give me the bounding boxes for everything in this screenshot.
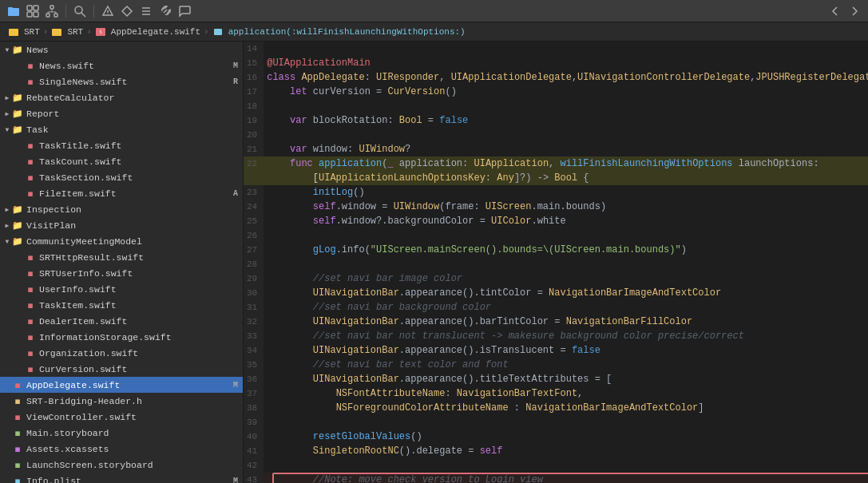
triangle-news: ▼ xyxy=(3,46,11,53)
sidebar-item-news[interactable]: ▼ 📁 News xyxy=(0,42,243,57)
code-line: var blockRotation: Bool = false xyxy=(264,113,868,128)
sidebar-item-fileitem[interactable]: ◼ FileItem.swift A xyxy=(0,185,243,201)
sidebar-label-curversion: CurVersion.swift xyxy=(39,364,243,374)
sidebar-item-curversion[interactable]: ◼ CurVersion.swift xyxy=(0,361,243,377)
table-row: 35 //set navi bar text color and font xyxy=(244,358,868,372)
link-icon[interactable] xyxy=(158,4,172,18)
toolbar-separator2 xyxy=(93,5,94,18)
sidebar-item-dealeritem[interactable]: ◼ DealerItem.swift xyxy=(0,313,243,329)
sidebar-label-main-storyboard: Main.storyboard xyxy=(26,428,243,438)
breadcrumb-srt1[interactable]: SRT xyxy=(24,27,40,37)
code-line: class AppDelegate: UIResponder, UIApplic… xyxy=(264,70,868,85)
svg-point-16 xyxy=(108,14,109,14)
svg-rect-20 xyxy=(9,29,18,36)
code-line: UINavigationBar.appearance().titleTextAt… xyxy=(264,372,868,386)
sidebar-item-tasktitle[interactable]: ◼ TaskTitle.swift xyxy=(0,137,243,153)
line-number: 31 xyxy=(244,300,264,315)
sidebar-item-infoplist[interactable]: ◼ Info.plist M xyxy=(0,473,243,483)
sidebar-label-bridging: SRT-Bridging-Header.h xyxy=(26,396,243,406)
file-icon-informationstorage: ◼ xyxy=(24,331,37,343)
breadcrumb-file[interactable]: AppDelegate.swift xyxy=(111,27,200,37)
back-icon[interactable] xyxy=(828,4,842,18)
sidebar-item-srthttpresult[interactable]: ◼ SRTHttpResult.swift xyxy=(0,249,243,265)
sidebar-item-taskitem[interactable]: ◼ TaskItem.swift xyxy=(0,297,243,313)
line-number: 27 xyxy=(244,243,264,257)
sidebar-item-informationstorage[interactable]: ◼ InformationStorage.swift xyxy=(0,329,243,345)
sidebar-label-news: News xyxy=(26,45,243,55)
sidebar-label-visitplan: VisitPlan xyxy=(26,220,243,231)
sidebar-item-community[interactable]: ▼ 📁 CommunityMeetingModel xyxy=(0,233,243,249)
line-number: 30 xyxy=(244,286,264,300)
warning-icon[interactable] xyxy=(101,4,115,18)
badge-infoplist: M xyxy=(233,477,238,484)
line-number: 40 xyxy=(244,430,264,444)
sidebar-item-bridging[interactable]: ◼ SRT-Bridging-Header.h xyxy=(0,393,243,409)
code-line xyxy=(264,99,868,113)
forward-icon[interactable] xyxy=(847,4,862,18)
sidebar-item-report[interactable]: ▶ 📁 Report xyxy=(0,105,243,121)
sidebar-item-inspection[interactable]: ▶ 📁 Inspection xyxy=(0,201,243,217)
sidebar-item-visitplan[interactable]: ▶ 📁 VisitPlan xyxy=(0,217,243,233)
hierarchy-icon[interactable] xyxy=(45,4,59,18)
chat-icon[interactable] xyxy=(177,4,192,18)
table-row: 41 SingletonRootNC().delegate = self xyxy=(244,444,868,458)
table-row: 27 gLog.info("UIScreen.mainScreen().boun… xyxy=(244,243,868,257)
code-line: func application(_ application: UIApplic… xyxy=(264,156,868,185)
sidebar-item-tasksection[interactable]: ◼ TaskSection.swift xyxy=(0,169,243,185)
sidebar-item-taskcount[interactable]: ◼ TaskCount.swift xyxy=(0,153,243,169)
sidebar-item-launchscreen[interactable]: ◼ LaunchScreen.storyboard xyxy=(0,457,243,473)
sidebar-item-singlenews[interactable]: ◼ SingleNews.swift R xyxy=(0,73,243,89)
diamond-icon[interactable] xyxy=(120,4,134,18)
list-icon[interactable] xyxy=(139,4,153,18)
code-line: //set navi bar text color and font xyxy=(264,358,868,372)
sidebar-label-informationstorage: InformationStorage.swift xyxy=(39,332,243,342)
sidebar-item-main-storyboard[interactable]: ◼ Main.storyboard xyxy=(0,425,243,441)
code-editor[interactable]: 14 15 @UIApplicationMain 16 class AppDel… xyxy=(244,42,868,483)
folder-icon-report: 📁 xyxy=(11,107,24,120)
table-row: 43 //Note: move check version to Login v… xyxy=(244,473,868,483)
table-row: 15 @UIApplicationMain xyxy=(244,56,868,70)
line-number: 25 xyxy=(244,214,264,228)
file-icon-main-storyboard: ◼ xyxy=(11,426,24,439)
sidebar-label-organization: Organization.swift xyxy=(39,348,243,358)
code-line: //Note: move check version to Login view xyxy=(264,473,868,483)
table-row: 39 xyxy=(244,415,868,430)
sidebar-item-viewcontroller[interactable]: ◼ ViewController.swift xyxy=(0,409,243,425)
table-row: 19 var blockRotation: Bool = false xyxy=(244,113,868,128)
breadcrumb-srt2[interactable]: SRT xyxy=(67,27,83,37)
code-line: initLog() xyxy=(264,185,868,200)
sidebar-label-fileitem: FileItem.swift xyxy=(39,188,233,199)
table-row: 31 //set navi bar background color xyxy=(244,300,868,315)
badge-fileitem: A xyxy=(233,189,238,198)
line-number: 37 xyxy=(244,386,264,401)
folder-icon[interactable] xyxy=(6,4,21,18)
code-content: 14 15 @UIApplicationMain 16 class AppDel… xyxy=(244,42,868,483)
sidebar-item-assets[interactable]: ◼ Assets.xcassets xyxy=(0,441,243,457)
file-icon-taskitem: ◼ xyxy=(24,299,37,311)
breadcrumb-method[interactable]: application(:willFinishLaunchingWithOpti… xyxy=(228,27,466,37)
code-line: //set navi bar background color xyxy=(264,300,868,315)
search-icon[interactable] xyxy=(73,4,87,18)
toolbar xyxy=(0,0,868,22)
file-icon-dealeritem: ◼ xyxy=(24,315,37,327)
sidebar-label-userinfo: UserInfo.swift xyxy=(39,284,243,295)
sidebar-item-rebatecalculator[interactable]: ▶ 📁 RebateCalculator xyxy=(0,89,243,105)
grid-icon[interactable] xyxy=(26,4,40,18)
sidebar-item-srtuserinfo[interactable]: ◼ SRTUserInfo.swift xyxy=(0,265,243,281)
code-line: self.window?.backgroundColor = UIColor.w… xyxy=(264,214,868,228)
sidebar-item-news-swift[interactable]: ◼ News.swift M xyxy=(0,57,243,73)
file-icon-userinfo: ◼ xyxy=(24,283,37,295)
line-number: 26 xyxy=(244,228,264,243)
sidebar-item-task[interactable]: ▼ 📁 Task xyxy=(0,121,243,137)
sidebar-item-userinfo[interactable]: ◼ UserInfo.swift xyxy=(0,281,243,297)
sidebar-label-tasktitle: TaskTitle.swift xyxy=(39,141,243,151)
table-row: 36 UINavigationBar.appearance().titleTex… xyxy=(244,372,868,386)
table-row: 34 UINavigationBar.appearance().isTransl… xyxy=(244,343,868,358)
code-line: self.window = UIWindow(frame: UIScreen.m… xyxy=(264,200,868,214)
code-line: NSFontAttributeName: NavigationBarTextFo… xyxy=(264,386,868,401)
sidebar-item-appdelegate[interactable]: ◼ AppDelegate.swift M xyxy=(0,377,243,393)
code-line: SingletonRootNC().delegate = self xyxy=(264,444,868,458)
sidebar-label-launchscreen: LaunchScreen.storyboard xyxy=(26,460,243,470)
sidebar-item-organization[interactable]: ◼ Organization.swift xyxy=(0,345,243,361)
sidebar-label-news-swift: News.swift xyxy=(39,61,233,71)
